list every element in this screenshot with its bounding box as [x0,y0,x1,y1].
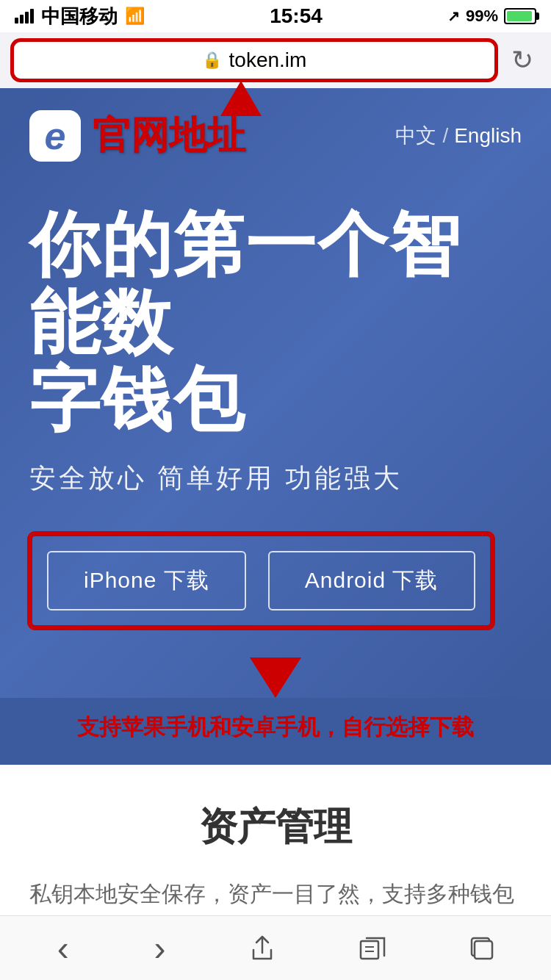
logo-icon: e [29,110,81,162]
url-bar[interactable]: 🔒 token.im [12,40,497,81]
carrier-label: 中国移动 [41,4,118,29]
share-button[interactable] [236,928,289,969]
android-download-button[interactable]: Android 下载 [268,551,475,610]
battery-icon [504,8,536,24]
red-arrow-down-icon [250,657,301,698]
hero-title: 你的第一个智能数 字钱包 [29,206,522,439]
logo-area: e 官网地址 [29,110,245,162]
battery-fill [507,11,532,21]
lang-en-label[interactable]: English [454,124,522,148]
hero-subtitle: 安全放心 简单好用 功能强大 [29,461,522,497]
arrow-down-buttons [29,650,522,698]
download-section: iPhone 下载 Android 下载 [29,533,493,628]
bookmarks-button[interactable] [345,929,400,968]
browser-bar: 🔒 token.im ↻ [0,32,551,88]
section-title: 资产管理 [29,801,522,853]
arrow-up-url [220,81,262,116]
tabs-icon [470,937,494,960]
tabs-button[interactable] [455,929,508,968]
annotation-text: 支持苹果手机和安卓手机，自行选择下载 [0,698,551,765]
hero-section: 你的第一个智能数 字钱包 安全放心 简单好用 功能强大 [29,206,522,497]
header-nav: e 官网地址 中文 / English [29,110,522,162]
status-left: 中国移动 📶 [15,4,145,29]
wifi-icon: 📶 [125,7,145,26]
lock-icon: 🔒 [202,51,222,70]
bookmarks-icon [359,937,386,960]
url-text[interactable]: token.im [229,48,307,72]
battery-pct: 99% [466,7,498,26]
status-time: 15:54 [270,4,323,28]
main-section: e 官网地址 中文 / English 你的第一个智能数 字钱包 安全放心 简单… [0,88,551,698]
signal-icon [15,9,34,24]
location-icon: ↗ [447,7,460,25]
back-button[interactable]: ‹ [43,920,84,976]
bottom-nav: ‹ › [0,915,551,980]
status-right: ↗ 99% [447,7,536,26]
lang-switch: 中文 / English [395,122,522,150]
iphone-download-button[interactable]: iPhone 下载 [47,551,246,610]
status-bar: 中国移动 📶 15:54 ↗ 99% [0,0,551,32]
lang-cn-label[interactable]: 中文 [395,122,436,150]
forward-button[interactable]: › [139,920,180,976]
lang-divider: / [442,124,448,148]
share-icon [251,935,274,962]
logo-label: 官网地址 [93,110,245,162]
svg-rect-0 [361,941,378,959]
logo-char: e [45,114,66,158]
svg-rect-4 [475,941,492,959]
refresh-button[interactable]: ↻ [505,42,539,79]
